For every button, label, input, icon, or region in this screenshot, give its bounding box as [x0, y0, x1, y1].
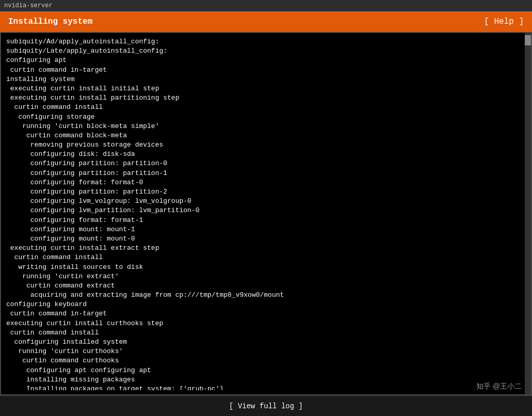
scrollbar-thumb[interactable] [525, 35, 531, 45]
header-help: [ Help ] [484, 17, 524, 26]
title-bar-text: nvidia-server [4, 2, 53, 9]
terminal-content: subiquity/Ad/apply_autoinstall_config: s… [6, 37, 526, 390]
view-full-log-button[interactable]: [ View full log ] [223, 400, 309, 412]
footer-bar: [ View full log ] [0, 395, 532, 416]
scrollbar[interactable] [525, 33, 531, 394]
title-bar: nvidia-server [0, 0, 532, 11]
header-title: Installing system [8, 17, 92, 26]
terminal-area: subiquity/Ad/apply_autoinstall_config: s… [0, 32, 532, 395]
header-bar: Installing system [ Help ] [0, 11, 532, 32]
